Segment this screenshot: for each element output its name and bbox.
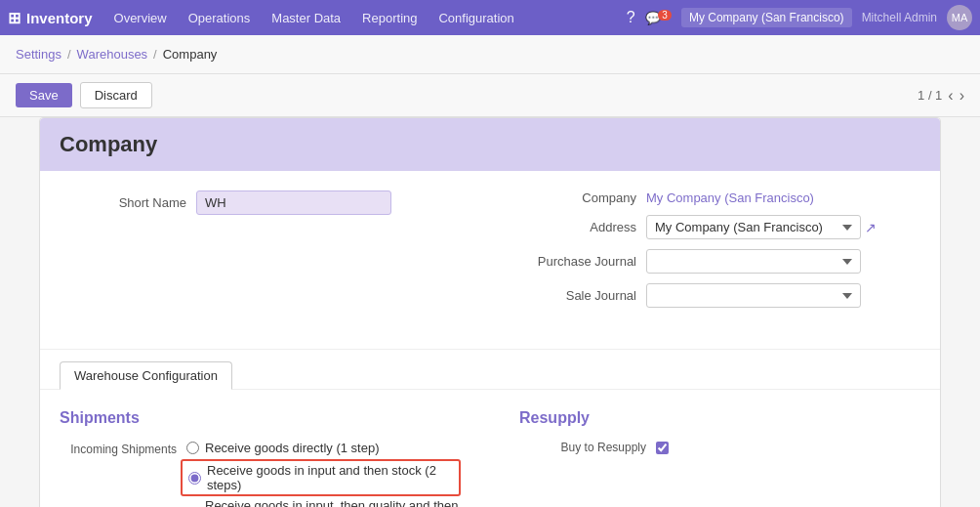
short-name-label: Short Name <box>60 195 186 210</box>
breadcrumb: Settings / Warehouses / Company <box>0 35 980 74</box>
app-brand[interactable]: ⊞ Inventory <box>8 9 93 27</box>
save-button[interactable]: Save <box>16 83 72 107</box>
short-name-field: Short Name <box>60 190 470 215</box>
company-field: Company My Company (San Francisco) <box>510 190 920 205</box>
nav-configuration[interactable]: Configuration <box>429 7 523 29</box>
incoming-label-1: Receive goods directly (1 step) <box>205 441 379 455</box>
incoming-label: Incoming Shipments <box>60 441 186 507</box>
nav-reporting[interactable]: Reporting <box>352 7 427 29</box>
toolbar: Save Discard 1 / 1 ‹ › <box>0 74 980 117</box>
discard-button[interactable]: Discard <box>80 82 152 108</box>
navbar-right: ? 💬 3 My Company (San Francisco) Mitchel… <box>627 5 972 30</box>
incoming-option-2-highlighted: Receive goods in input and then stock (2… <box>181 459 461 496</box>
resupply-title: Resupply <box>519 409 920 427</box>
app-name: Inventory <box>26 10 93 26</box>
short-name-input[interactable] <box>196 190 391 215</box>
company-selector[interactable]: My Company (San Francisco) <box>681 8 852 27</box>
shipments-title: Shipments <box>60 409 461 427</box>
navbar: ⊞ Inventory Overview Operations Master D… <box>0 0 980 35</box>
form-title: Company <box>60 132 157 156</box>
breadcrumb-settings[interactable]: Settings <box>16 47 61 62</box>
incoming-shipments-group: Incoming Shipments Receive goods directl… <box>60 441 461 507</box>
breadcrumb-current: Company <box>163 47 218 62</box>
form-card-header: Company <box>40 118 940 171</box>
buy-resupply-row: Buy to Resupply <box>519 441 920 454</box>
tabs-container: Warehouse Configuration <box>40 349 940 389</box>
nav-overview[interactable]: Overview <box>104 7 177 29</box>
sale-journal-label: Sale Journal <box>510 288 636 303</box>
navbar-menu: Overview Operations Master Data Reportin… <box>104 7 615 29</box>
incoming-option-1: Receive goods directly (1 step) <box>186 441 461 455</box>
tab-columns: Shipments Incoming Shipments Receive goo… <box>60 409 920 507</box>
user-name: Mitchell Admin <box>862 11 937 24</box>
resupply-column: Resupply Buy to Resupply <box>519 409 920 507</box>
purchase-journal-field: Purchase Journal <box>510 249 920 274</box>
avatar[interactable]: MA <box>947 5 972 30</box>
shipments-column: Shipments Incoming Shipments Receive goo… <box>60 409 461 507</box>
form-left: Short Name <box>60 190 470 317</box>
tab-content: Shipments Incoming Shipments Receive goo… <box>40 389 940 507</box>
address-select-wrapper: My Company (San Francisco) ↗ <box>646 215 877 239</box>
chat-badge: 3 <box>658 10 672 21</box>
pagination: 1 / 1 ‹ › <box>918 87 964 105</box>
incoming-options: Receive goods directly (1 step) Receive … <box>186 441 461 507</box>
pagination-next[interactable]: › <box>960 87 964 105</box>
purchase-journal-select[interactable] <box>646 249 861 274</box>
grid-icon: ⊞ <box>8 9 20 27</box>
breadcrumb-warehouses[interactable]: Warehouses <box>77 47 148 62</box>
sale-journal-select[interactable] <box>646 283 861 308</box>
incoming-option-3: Receive goods in input, then quality and… <box>186 498 461 507</box>
form-main-row: Short Name Company My Company (San Franc… <box>60 190 920 317</box>
form-card: Company Short Name Company My Company (S… <box>39 117 941 507</box>
incoming-label-2: Receive goods in input and then stock (2… <box>207 463 453 492</box>
external-link-icon[interactable]: ↗ <box>865 220 877 235</box>
purchase-journal-label: Purchase Journal <box>510 254 636 269</box>
address-field: Address My Company (San Francisco) ↗ <box>510 215 920 239</box>
incoming-label-3: Receive goods in input, then quality and… <box>205 498 461 507</box>
company-value: My Company (San Francisco) <box>646 190 920 205</box>
company-label: Company <box>510 190 636 205</box>
address-select[interactable]: My Company (San Francisco) <box>646 215 861 239</box>
sale-journal-field: Sale Journal <box>510 283 920 308</box>
breadcrumb-sep-1: / <box>67 47 71 62</box>
buy-resupply-checkbox[interactable] <box>656 442 669 454</box>
help-icon[interactable]: ? <box>627 9 635 26</box>
main-content: Company Short Name Company My Company (S… <box>0 117 980 507</box>
breadcrumb-sep-2: / <box>153 47 157 62</box>
form-card-body: Short Name Company My Company (San Franc… <box>40 171 940 349</box>
incoming-radio-2[interactable] <box>188 472 201 485</box>
incoming-radio-1[interactable] <box>186 442 199 454</box>
form-right: Company My Company (San Francisco) Addre… <box>510 190 920 317</box>
pagination-text: 1 / 1 <box>918 88 942 103</box>
nav-operations[interactable]: Operations <box>179 7 261 29</box>
address-label: Address <box>510 220 636 234</box>
buy-resupply-label: Buy to Resupply <box>519 441 646 454</box>
pagination-prev[interactable]: ‹ <box>948 87 953 105</box>
chat-icon[interactable]: 💬 3 <box>645 11 672 25</box>
tab-warehouse-config[interactable]: Warehouse Configuration <box>60 361 232 390</box>
nav-master-data[interactable]: Master Data <box>262 7 350 29</box>
